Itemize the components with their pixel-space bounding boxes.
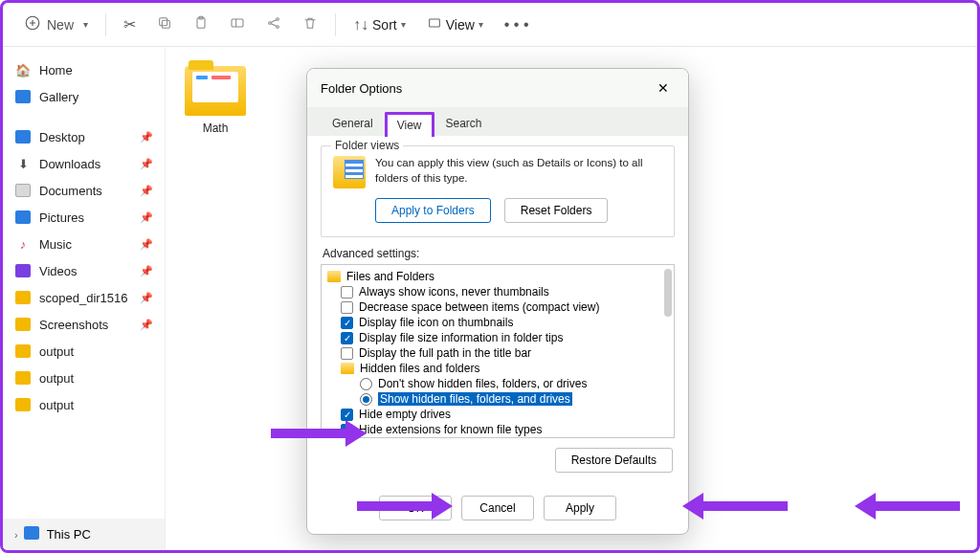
tree-radio-show-hidden[interactable]: Show hidden files, folders, and drives: [358, 391, 672, 407]
cut-button[interactable]: ✂: [116, 10, 144, 39]
new-button[interactable]: New ▾: [16, 9, 96, 40]
svg-rect-1: [162, 20, 169, 28]
folder-options-dialog: Folder Options ✕ General View Search You…: [306, 68, 689, 535]
sidebar-item-label: Home: [39, 63, 73, 77]
pin-icon: 📌: [140, 319, 153, 331]
tree-option[interactable]: ✓Display file icon on thumbnails: [339, 315, 672, 330]
tree-option[interactable]: ✓Hide empty drives: [339, 407, 672, 422]
sidebar-item-output-0[interactable]: output: [3, 338, 165, 365]
sidebar-item-scoped[interactable]: scoped_dir1516📌: [3, 284, 165, 311]
music-icon: ♪: [14, 235, 32, 253]
checkbox[interactable]: [341, 286, 353, 299]
videos-icon: [14, 262, 32, 279]
pin-icon: 📌: [140, 238, 153, 251]
rename-button[interactable]: [222, 10, 253, 40]
tab-search[interactable]: Search: [434, 111, 494, 136]
pictures-icon: [14, 209, 32, 226]
checkbox[interactable]: ✓: [341, 317, 353, 329]
pin-icon: 📌: [140, 292, 153, 304]
apply-to-folders-button[interactable]: Apply to Folders: [375, 198, 491, 223]
sidebar-item-desktop[interactable]: Desktop📌: [3, 123, 165, 150]
sidebar-item-output-2[interactable]: output: [3, 391, 165, 418]
folder-icon: [14, 343, 32, 360]
apply-button[interactable]: Apply: [544, 496, 616, 520]
sidebar-item-label: Music: [39, 237, 72, 252]
tree-option[interactable]: Always show icons, never thumbnails: [339, 284, 672, 299]
folder-label: Math: [177, 122, 254, 135]
close-icon: ✕: [657, 80, 669, 96]
sidebar-item-gallery[interactable]: Gallery: [3, 83, 165, 110]
tree-option[interactable]: ✓Hide extensions for known file types: [339, 422, 672, 437]
pin-icon: 📌: [140, 211, 153, 224]
pin-icon: 📌: [140, 265, 153, 277]
radio[interactable]: [360, 393, 372, 406]
folder-math[interactable]: Math: [177, 66, 254, 135]
sort-label: Sort: [372, 17, 397, 33]
pinned-group: Desktop📌 ⬇Downloads📌 Documents📌 Pictures…: [3, 123, 165, 418]
sidebar: 🏠 Home Gallery Desktop📌 ⬇Downloads📌 Docu…: [3, 47, 166, 550]
dialog-titlebar: Folder Options ✕: [307, 69, 688, 107]
tab-view[interactable]: View: [385, 112, 434, 137]
chevron-down-icon: ▾: [401, 19, 406, 30]
advanced-settings-tree[interactable]: Files and Folders Always show icons, nev…: [321, 264, 675, 438]
folder-icon: [14, 369, 32, 387]
chevron-down-icon: ▾: [83, 19, 88, 30]
share-icon: [266, 15, 281, 34]
sidebar-item-pictures[interactable]: Pictures📌: [3, 204, 165, 231]
download-icon: ⬇: [14, 155, 32, 172]
sidebar-item-home[interactable]: 🏠 Home: [3, 56, 165, 83]
checkbox[interactable]: [341, 347, 353, 360]
tree-option[interactable]: ✓Display file size information in folder…: [339, 330, 672, 345]
cancel-button[interactable]: Cancel: [461, 496, 534, 520]
paste-button[interactable]: [186, 10, 216, 40]
desktop-icon: [14, 128, 32, 145]
more-button[interactable]: • • •: [497, 11, 537, 39]
scrollbar-thumb[interactable]: [664, 269, 672, 317]
sidebar-item-documents[interactable]: Documents📌: [3, 177, 165, 204]
sidebar-item-screenshots[interactable]: Screenshots📌: [3, 311, 165, 338]
view-icon: [427, 15, 442, 34]
svg-point-8: [277, 25, 279, 28]
sidebar-item-label: Gallery: [39, 90, 78, 104]
tree-option[interactable]: Decrease space between items (compact vi…: [339, 299, 672, 315]
sidebar-item-videos[interactable]: Videos📌: [3, 257, 165, 284]
sidebar-item-music[interactable]: ♪Music📌: [3, 231, 165, 257]
copy-button[interactable]: [149, 10, 180, 40]
separator: [105, 13, 106, 36]
dialog-title: Folder Options: [321, 81, 402, 96]
tree-root: Files and Folders: [325, 269, 672, 284]
delete-button[interactable]: [295, 10, 325, 40]
radio[interactable]: [360, 378, 372, 390]
sort-icon: ↑↓: [353, 16, 368, 33]
sidebar-item-downloads[interactable]: ⬇Downloads📌: [3, 150, 165, 177]
view-button[interactable]: View ▾: [419, 10, 491, 40]
tree-option[interactable]: ✓Hide folder merge conflicts: [339, 437, 672, 438]
sidebar-item-label: This PC: [47, 527, 91, 542]
gallery-icon: [14, 88, 32, 105]
close-button[interactable]: ✕: [652, 78, 675, 98]
sidebar-item-label: scoped_dir1516: [39, 291, 128, 305]
checkbox[interactable]: [341, 301, 353, 314]
folder-icon: [327, 271, 341, 282]
reset-folders-button[interactable]: Reset Folders: [504, 198, 609, 223]
sort-button[interactable]: ↑↓ Sort ▾: [345, 11, 413, 39]
tree-radio-dont-show[interactable]: Don't show hidden files, folders, or dri…: [358, 376, 672, 391]
tree-option[interactable]: Display the full path in the title bar: [339, 345, 672, 361]
chevron-down-icon: ▾: [479, 19, 483, 30]
sidebar-item-label: Desktop: [39, 130, 85, 144]
folder-views-group: You can apply this view (such as Details…: [321, 145, 675, 237]
checkbox[interactable]: ✓: [341, 332, 353, 344]
share-button[interactable]: [258, 10, 289, 40]
chevron-right-icon: ›: [14, 529, 18, 541]
sidebar-item-output-1[interactable]: output: [3, 365, 165, 391]
plus-icon: [24, 14, 41, 34]
sidebar-item-label: Videos: [39, 264, 78, 278]
restore-defaults-button[interactable]: Restore Defaults: [555, 448, 673, 473]
sidebar-item-this-pc[interactable]: › This PC: [3, 519, 165, 550]
folder-icon: [14, 316, 32, 333]
trash-icon: [302, 15, 318, 34]
tab-general[interactable]: General: [321, 111, 385, 136]
sidebar-item-label: output: [39, 371, 74, 386]
folder-icon: [341, 363, 354, 374]
checkbox[interactable]: ✓: [341, 409, 353, 421]
